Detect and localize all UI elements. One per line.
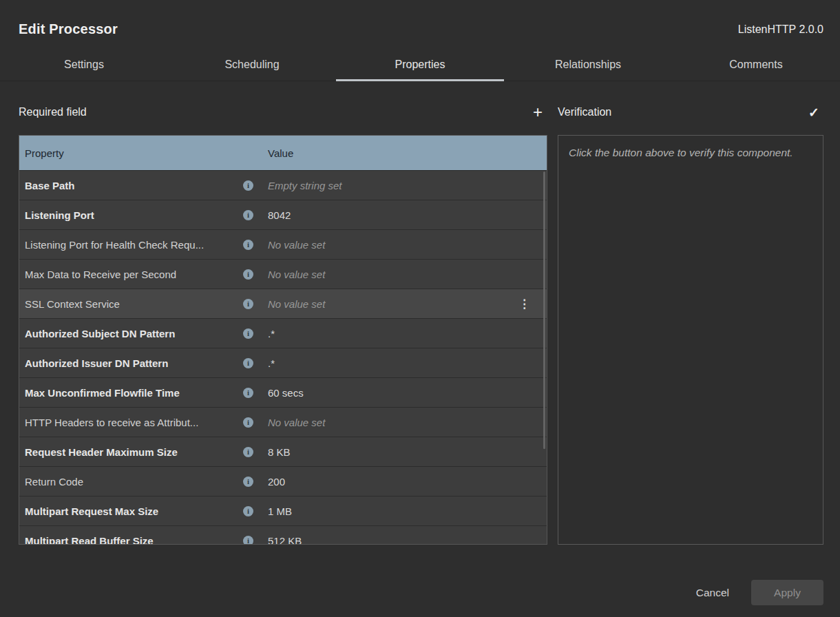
tab-relationships[interactable]: Relationships (504, 49, 672, 81)
property-name: Base Path (25, 180, 75, 191)
property-name: Max Data to Receive per Second (25, 269, 176, 280)
property-name: Authorized Subject DN Pattern (25, 328, 175, 339)
tab-scheduling[interactable]: Scheduling (168, 49, 336, 81)
row-menu-button[interactable]: ⋮ (517, 298, 532, 310)
info-icon[interactable]: i (243, 506, 253, 516)
edit-processor-dialog: Edit Processor ListenHTTP 2.0.0 Settings… (0, 0, 840, 617)
property-value: 1 MB (268, 505, 292, 517)
table-scrollbar[interactable] (543, 171, 545, 449)
dialog-footer: Cancel Apply (0, 547, 840, 617)
info-icon[interactable]: i (243, 388, 253, 398)
info-icon[interactable]: i (243, 358, 253, 368)
plus-icon: + (533, 104, 543, 121)
tab-properties[interactable]: Properties (336, 49, 504, 81)
property-name: Multipart Read Buffer Size (25, 535, 154, 545)
tab-settings[interactable]: Settings (0, 49, 168, 81)
info-icon[interactable]: i (243, 536, 253, 545)
info-icon[interactable]: i (243, 447, 253, 457)
column-header-property: Property (19, 147, 256, 159)
property-value: 200 (268, 476, 285, 488)
property-value: 60 secs (268, 387, 304, 399)
property-table-row[interactable]: SSL Context Service i No value set ⋮ (19, 289, 547, 318)
verification-section: Verification ✓ Click the button above to… (558, 102, 823, 545)
property-value: 8 KB (268, 446, 291, 458)
info-icon[interactable]: i (243, 210, 253, 220)
table-header-row: Property Value (19, 136, 547, 170)
property-table-row[interactable]: Request Header Maximum Size i 8 KB (19, 437, 547, 466)
tab-bar: Settings Scheduling Properties Relations… (0, 49, 840, 81)
info-icon[interactable]: i (243, 328, 253, 339)
property-name: Multipart Request Max Size (25, 505, 158, 517)
check-icon: ✓ (808, 106, 819, 119)
verification-message: Click the button above to verify this co… (569, 145, 812, 161)
property-name: Max Unconfirmed Flowfile Time (25, 387, 180, 399)
dialog-content: Required field + Property Value (0, 81, 840, 547)
property-name: Return Code (25, 476, 83, 488)
property-value: No value set (268, 417, 325, 428)
property-name: Authorized Issuer DN Pattern (25, 357, 168, 369)
dialog-header: Edit Processor ListenHTTP 2.0.0 (0, 0, 840, 49)
property-value: 8042 (268, 209, 291, 221)
processor-version: ListenHTTP 2.0.0 (738, 23, 823, 36)
property-value: No value set (268, 239, 325, 251)
property-table-row[interactable]: Authorized Subject DN Pattern i .* (19, 318, 547, 348)
property-table-row[interactable]: Max Data to Receive per Second i No valu… (19, 259, 547, 289)
property-table-row[interactable]: Base Path i Empty string set (19, 170, 547, 200)
verify-button[interactable]: ✓ (804, 103, 823, 122)
info-icon[interactable]: i (243, 417, 253, 428)
tab-comments[interactable]: Comments (672, 49, 840, 81)
property-value: .* (268, 357, 275, 369)
property-table-row[interactable]: Max Unconfirmed Flowfile Time i 60 secs (19, 377, 547, 407)
info-icon[interactable]: i (243, 477, 253, 487)
column-header-value: Value (256, 147, 547, 159)
property-table-row[interactable]: Multipart Read Buffer Size i 512 KB (19, 525, 547, 545)
property-value: .* (268, 328, 275, 339)
property-table-row[interactable]: Listening Port for Health Check Requ... … (19, 229, 547, 259)
property-value: No value set (268, 269, 325, 280)
properties-section: Required field + Property Value (19, 102, 547, 545)
info-icon[interactable]: i (243, 299, 253, 309)
verification-heading: Verification (558, 106, 611, 118)
property-table-row[interactable]: Multipart Request Max Size i 1 MB (19, 496, 547, 525)
dialog-title: Edit Processor (19, 21, 118, 37)
property-value: 512 KB (268, 535, 302, 545)
property-table: Property Value Base Path i Empty string … (19, 135, 547, 545)
cancel-button[interactable]: Cancel (693, 583, 732, 603)
property-value: Empty string set (268, 180, 342, 191)
info-icon[interactable]: i (243, 180, 253, 191)
property-name: Listening Port (25, 209, 94, 221)
apply-button[interactable]: Apply (751, 580, 823, 605)
property-name: Request Header Maximum Size (25, 446, 178, 458)
property-table-row[interactable]: Return Code i 200 (19, 466, 547, 496)
property-table-row[interactable]: Authorized Issuer DN Pattern i .* (19, 348, 547, 377)
property-value: No value set (268, 298, 325, 310)
verification-panel: Click the button above to verify this co… (558, 135, 823, 545)
property-table-body: Base Path i Empty string set Listening P… (19, 170, 547, 545)
property-table-row[interactable]: Listening Port i 8042 (19, 200, 547, 229)
info-icon[interactable]: i (243, 269, 253, 280)
property-name: HTTP Headers to receive as Attribut... (25, 417, 198, 428)
property-table-row[interactable]: HTTP Headers to receive as Attribut... i… (19, 407, 547, 437)
add-property-button[interactable]: + (528, 103, 547, 122)
required-field-heading: Required field (19, 106, 87, 118)
property-name: Listening Port for Health Check Requ... (25, 239, 204, 251)
property-name: SSL Context Service (25, 298, 120, 310)
info-icon[interactable]: i (243, 240, 253, 250)
